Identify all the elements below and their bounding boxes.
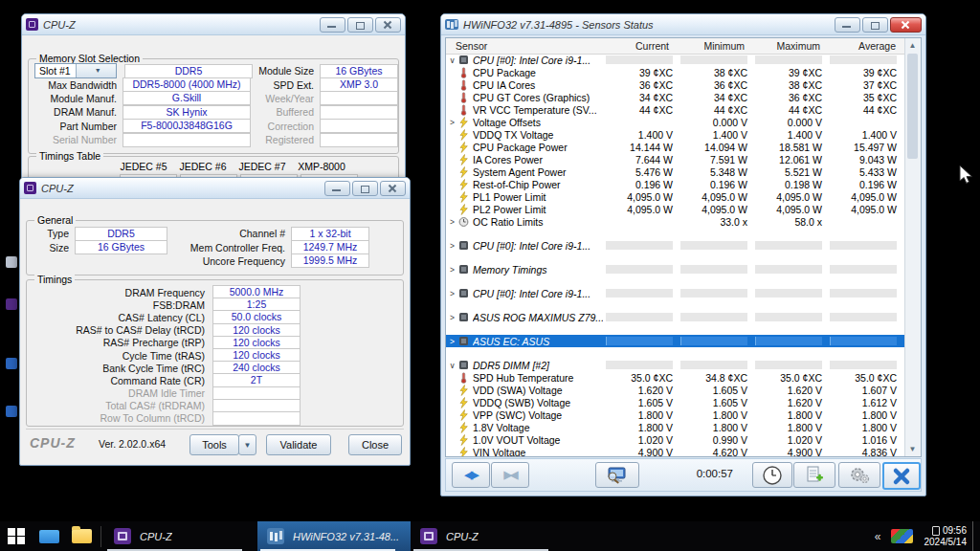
close-sensors-button[interactable] xyxy=(882,462,921,490)
close-button[interactable] xyxy=(375,17,401,33)
taskbar-item[interactable]: CPU-Z xyxy=(411,521,564,551)
sensor-row[interactable]: 1.0V VOUT Voltage 1.020 V 0.990 V 1.020 … xyxy=(446,433,905,446)
show-desktop-button[interactable] xyxy=(972,521,980,551)
sensor-row[interactable]: System Agent Power 5.476 W 5.348 W 5.521… xyxy=(446,165,905,178)
expand-chevron-icon[interactable] xyxy=(446,118,458,127)
maximize-button[interactable] xyxy=(862,17,888,33)
sensor-row[interactable]: OC Ratio Limits 33.0 x 58.0 x xyxy=(446,215,905,228)
close-button[interactable] xyxy=(890,17,922,33)
column-sensor[interactable]: Sensor xyxy=(446,40,599,52)
sensor-row[interactable]: VPP (SWC) Voltage 1.800 V 1.800 V 1.800 … xyxy=(446,408,905,421)
sensor-row[interactable]: VDD (SWA) Voltage 1.620 V 1.605 V 1.620 … xyxy=(446,384,905,396)
sensor-row[interactable]: CPU IA Cores 36 ¢XC 36 ¢XC 38 ¢XC 37 ¢XC xyxy=(446,78,905,91)
cpuz-spd-titlebar[interactable]: CPU-Z xyxy=(22,14,405,35)
sensor-row[interactable] xyxy=(446,299,905,311)
desktop-icon[interactable] xyxy=(6,406,17,417)
expand-chevron-icon[interactable] xyxy=(446,241,458,251)
maximize-button[interactable] xyxy=(347,17,373,33)
sensor-maximum: 0.198 W xyxy=(752,179,827,190)
sensor-row[interactable]: VDDQ (SWB) Voltage 1.605 V 1.605 V 1.620… xyxy=(446,396,905,408)
sensor-row[interactable]: PL1 Power Limit 4,095.0 W 4,095.0 W 4,09… xyxy=(446,190,905,203)
sensor-row[interactable]: CPU [#0]: Intel Core i9-1... xyxy=(446,239,905,252)
report-button[interactable] xyxy=(793,462,835,488)
close-button[interactable] xyxy=(380,181,406,196)
expand-chevron-icon[interactable] xyxy=(446,289,458,298)
sensor-row[interactable]: CPU Package 39 ¢XC 38 ¢XC 39 ¢XC 39 ¢XC xyxy=(446,66,905,78)
sensor-row[interactable] xyxy=(446,228,905,239)
sensor-table-header[interactable]: Sensor Current Minimum Maximum Average xyxy=(446,38,921,55)
field-row: CAS# Latency (CL) 50.0 clocks xyxy=(27,311,403,323)
tools-dropdown-button[interactable] xyxy=(238,434,256,455)
sensor-row[interactable]: CPU GT Cores (Graphics) 34 ¢XC 34 ¢XC 36… xyxy=(446,91,905,103)
sensor-row[interactable]: ASUS EC: ASUS xyxy=(446,335,905,347)
tray-expand-chevron[interactable]: « xyxy=(875,530,881,543)
sensor-row[interactable]: IA Cores Power 7.644 W 7.591 W 12.061 W … xyxy=(446,153,905,165)
scrollbar-thumb[interactable] xyxy=(907,54,918,159)
nav-arrows-button[interactable]: ◀▶ xyxy=(452,462,490,488)
cpuz-memory-titlebar[interactable]: CPU-Z xyxy=(20,178,410,199)
sensor-row[interactable] xyxy=(446,252,905,263)
tray-app-icon[interactable] xyxy=(891,529,913,543)
minimize-button[interactable] xyxy=(835,17,860,33)
clock-button[interactable] xyxy=(752,462,792,488)
desktop-icon[interactable] xyxy=(6,358,17,369)
sensor-list[interactable]: CPU [#0]: Intel Core i9-1... CPU Package… xyxy=(446,54,905,456)
slot-select[interactable]: Slot #1 xyxy=(34,63,117,78)
column-current[interactable]: Current xyxy=(599,40,675,52)
expand-chevron-icon[interactable] xyxy=(446,55,458,65)
expand-chevron-icon[interactable] xyxy=(446,313,458,322)
sensor-average: 1.607 V xyxy=(827,385,902,396)
sensor-row[interactable]: Rest-of-Chip Power 0.196 W 0.196 W 0.198… xyxy=(446,178,905,190)
sensor-row[interactable]: VIN Voltage 4.900 V 4.620 V 4.900 V 4.83… xyxy=(446,446,905,456)
column-average[interactable]: Average xyxy=(826,40,902,52)
taskbar-item[interactable]: HWiNFO32 v7.31-48... xyxy=(257,521,411,551)
sensor-row[interactable]: CPU [#0]: Intel Core i9-1... xyxy=(446,287,905,299)
sensor-row[interactable]: 1.8V Voltage 1.800 V 1.800 V 1.800 V 1.8… xyxy=(446,421,905,433)
sensor-row[interactable]: VDDQ TX Voltage 1.400 V 1.400 V 1.400 V … xyxy=(446,128,905,141)
sensor-row[interactable]: Memory Timings xyxy=(446,263,905,276)
close-window-button[interactable]: Close xyxy=(348,434,402,455)
sensor-average: 1.400 V xyxy=(827,129,902,141)
sensor-row[interactable]: CPU [#0]: Intel Core i9-1... xyxy=(446,54,905,66)
minimize-button[interactable] xyxy=(324,181,350,196)
taskbar-item[interactable]: CPU-Z xyxy=(104,521,257,551)
column-minimum[interactable]: Minimum xyxy=(675,40,750,52)
device-icon xyxy=(458,336,471,347)
scroll-down-icon[interactable] xyxy=(907,444,918,454)
hwinfo-titlebar[interactable]: HWiNFO32 v7.31-4895 - Sensors Status xyxy=(441,14,925,35)
chevron-down-icon[interactable] xyxy=(76,64,117,77)
sensor-row[interactable]: ASUS ROG MAXIMUS Z79... xyxy=(446,311,905,323)
sensor-row[interactable] xyxy=(446,347,905,359)
start-button[interactable] xyxy=(0,521,33,551)
expand-chevron-icon[interactable] xyxy=(446,217,458,227)
expand-chevron-icon[interactable] xyxy=(446,265,458,275)
expand-chevron-icon[interactable] xyxy=(446,361,458,370)
sensor-label: 1.8V Voltage xyxy=(473,422,603,433)
settings-button[interactable] xyxy=(838,462,880,488)
maximize-button[interactable] xyxy=(352,181,378,196)
power-icon xyxy=(458,129,471,141)
tools-button[interactable]: Tools xyxy=(189,434,239,455)
pinned-app-button[interactable] xyxy=(33,521,65,551)
minimize-button[interactable] xyxy=(320,17,345,33)
validate-button[interactable]: Validate xyxy=(266,434,331,455)
sensor-row[interactable]: PL2 Power Limit 4,095.0 W 4,095.0 W 4,09… xyxy=(446,203,905,215)
sensor-row[interactable]: Voltage Offsets 0.000 V 0.000 V xyxy=(446,116,905,128)
expand-chevron-icon[interactable] xyxy=(446,337,458,346)
desktop-icon[interactable] xyxy=(6,298,17,310)
sensor-average xyxy=(827,241,902,250)
scroll-up-icon[interactable] xyxy=(907,40,918,51)
desktop-icon[interactable] xyxy=(6,256,17,268)
taskbar-clock[interactable]: 09:56 2024/5/14 xyxy=(924,525,968,548)
sensor-row[interactable]: SPD Hub Temperature 35.0 ¢XC 34.8 ¢XC 35… xyxy=(446,371,905,384)
sensor-row[interactable] xyxy=(446,323,905,335)
temperature-icon xyxy=(458,79,471,91)
sensor-row[interactable]: DDR5 DIMM [#2] xyxy=(446,359,905,371)
sensor-row[interactable] xyxy=(446,276,905,287)
file-explorer-button[interactable] xyxy=(65,521,98,551)
system-summary-button[interactable] xyxy=(595,462,639,488)
sensor-row[interactable]: VR VCC Temperature (SV... 44 ¢XC 44 ¢XC … xyxy=(446,103,905,116)
sensor-row[interactable]: CPU Package Power 14.144 W 14.094 W 18.5… xyxy=(446,141,905,153)
scrollbar[interactable] xyxy=(904,38,921,456)
column-maximum[interactable]: Maximum xyxy=(750,40,826,52)
